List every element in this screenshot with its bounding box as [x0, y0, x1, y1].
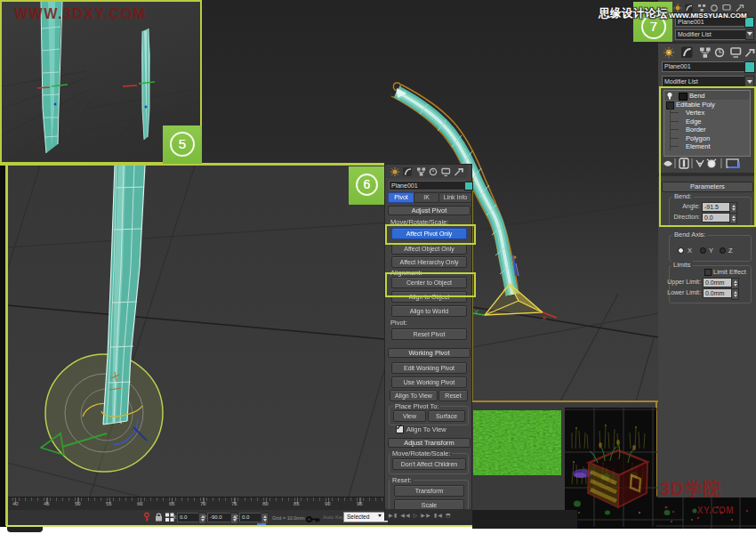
svg-text:X: X: [542, 314, 547, 322]
